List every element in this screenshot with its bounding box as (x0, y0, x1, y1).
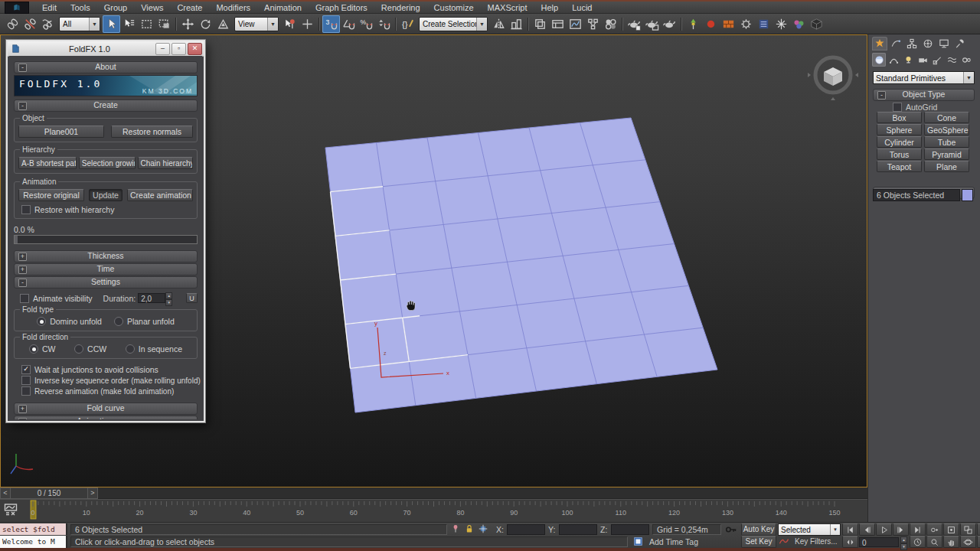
rollout-about[interactable]: - About (14, 61, 198, 73)
ccw-radio[interactable] (74, 344, 83, 354)
orbit-button[interactable] (960, 536, 976, 548)
maxscript-listener[interactable]: Welcome to M (0, 536, 67, 548)
rollout-fold-curve[interactable]: + Fold curve (14, 403, 198, 415)
subtab-cameras[interactable] (916, 53, 929, 67)
select-by-name-icon[interactable] (120, 15, 138, 33)
object-type-sphere-button[interactable]: Sphere (877, 124, 922, 135)
window-crossing-icon[interactable] (155, 15, 173, 33)
unlink-selection-icon[interactable] (21, 15, 39, 33)
previous-frame-arrow[interactable]: < (0, 487, 11, 499)
x-coord-field[interactable] (507, 524, 545, 535)
selection-filter-dropdown[interactable]: All▼ (59, 17, 100, 31)
tab-utilities[interactable] (952, 37, 968, 51)
menu-modifiers[interactable]: Modifiers (209, 2, 257, 13)
subtab-helpers[interactable] (930, 53, 944, 67)
edit-named-sets-icon[interactable]: {} (399, 15, 416, 33)
tab-display[interactable] (936, 37, 952, 51)
selection-growing-button[interactable]: Selection growing (79, 157, 136, 169)
current-frame-field[interactable]: 0 (859, 537, 899, 547)
rollout-animation-curve[interactable]: + Animation curve (14, 416, 198, 419)
default-in-out-tangents-icon[interactable] (778, 535, 790, 547)
reverse-animation-checkbox[interactable] (21, 386, 31, 396)
domino-unfold-radio[interactable] (37, 317, 46, 326)
rollout-time[interactable]: + Time (14, 263, 198, 276)
plugin-list-icon[interactable] (755, 15, 773, 33)
play-button[interactable] (876, 523, 892, 536)
menu-edit[interactable]: Edit (35, 2, 64, 13)
auto-key-button[interactable]: Auto Key (741, 523, 776, 536)
u-button[interactable]: U (186, 293, 198, 303)
plugin-snowflake-icon[interactable] (773, 15, 790, 33)
autogrid-checkbox[interactable] (893, 103, 902, 112)
object-type-pyramid-button[interactable]: Pyramid (924, 148, 969, 160)
step-key-button[interactable] (842, 536, 858, 548)
zoom-extents-button[interactable] (943, 523, 959, 536)
update-button[interactable]: Update (89, 189, 122, 201)
mini-curve-editor-button[interactable] (5, 504, 17, 515)
zoom-button[interactable] (926, 536, 942, 548)
object-type-teapot-button[interactable]: Teapot (877, 161, 922, 172)
time-slider[interactable]: 0102030405060708090100110120130140150 (0, 499, 867, 522)
menu-maxscript[interactable]: MAXScript (481, 2, 534, 13)
curve-editor-icon[interactable] (567, 15, 584, 33)
3dsmax-logo-icon[interactable] (5, 2, 29, 14)
maximize-button[interactable]: ▫ (172, 43, 186, 55)
rollout-object-type[interactable]: - Object Type (873, 89, 975, 101)
select-rotate-icon[interactable] (197, 15, 214, 33)
select-and-link-icon[interactable] (4, 15, 21, 33)
material-editor-icon[interactable] (602, 15, 619, 33)
menu-graph-editors[interactable]: Graph Editors (309, 2, 374, 13)
select-scale-icon[interactable] (214, 15, 232, 33)
menu-rendering[interactable]: Rendering (374, 2, 427, 13)
restore-normals-button[interactable]: Restore normals (111, 126, 193, 138)
render-production-icon[interactable] (661, 15, 678, 33)
spinner-snap-icon[interactable] (375, 15, 393, 33)
tab-create[interactable] (872, 37, 887, 51)
zoom-region-button[interactable] (977, 523, 980, 536)
plugin-cube-icon[interactable] (808, 15, 825, 33)
add-time-tag[interactable]: Add Time Tag (649, 537, 698, 546)
plane-object[interactable] (325, 118, 717, 412)
subtab-systems[interactable] (959, 53, 973, 67)
plugin-gear-icon[interactable] (737, 15, 755, 33)
object-type-tube-button[interactable]: Tube (924, 136, 969, 148)
ab-shortest-path-button[interactable]: A-B shortest path (18, 157, 77, 169)
menu-views[interactable]: Views (134, 2, 170, 13)
key-filters-button[interactable]: Key Filters... (795, 537, 838, 546)
tab-modify[interactable] (888, 37, 903, 51)
isolate-selection-icon[interactable] (632, 536, 644, 547)
menu-animation[interactable]: Animation (257, 2, 309, 13)
inverse-order-checkbox[interactable] (21, 376, 31, 385)
lock-icon[interactable] (464, 523, 475, 534)
menu-tools[interactable]: Tools (64, 2, 97, 13)
subtab-spacewarps[interactable] (945, 53, 959, 67)
pin-icon[interactable] (450, 523, 461, 534)
object-type-box-button[interactable]: Box (877, 112, 922, 123)
viewcube[interactable] (808, 57, 858, 100)
category-dropdown[interactable]: Standard Primitives ▼ (873, 71, 975, 84)
frame-spinner[interactable]: ▴▾ (900, 536, 907, 548)
zoom-extents-all-button[interactable] (960, 523, 976, 536)
menu-lucid[interactable]: Lucid (565, 2, 599, 13)
minimize-button[interactable]: – (155, 43, 170, 55)
create-animation-button[interactable]: Create animation (127, 189, 193, 201)
plugin-emitter-icon[interactable] (684, 15, 702, 33)
in-sequence-radio[interactable] (126, 344, 135, 354)
close-button[interactable]: ✕ (188, 43, 202, 55)
menu-create[interactable]: Create (170, 2, 209, 13)
next-frame-button[interactable] (893, 523, 909, 536)
align-icon[interactable] (508, 15, 525, 33)
subtab-lights[interactable] (901, 53, 915, 67)
duration-spinner[interactable]: ▴▾ (165, 292, 172, 304)
restore-original-button[interactable]: Restore original (18, 189, 84, 201)
menu-help[interactable]: Help (534, 2, 566, 13)
pan-hand-button[interactable] (943, 536, 959, 548)
goto-start-button[interactable] (842, 523, 858, 536)
percent-snap-icon[interactable]: % (358, 15, 375, 33)
select-move-icon[interactable] (179, 15, 197, 33)
render-setup-icon[interactable] (626, 15, 643, 33)
planar-unfold-radio[interactable] (114, 317, 123, 326)
maximize-viewport-button[interactable] (977, 536, 980, 548)
layer-manager-icon[interactable] (531, 15, 549, 33)
object-type-cone-button[interactable]: Cone (924, 112, 969, 123)
